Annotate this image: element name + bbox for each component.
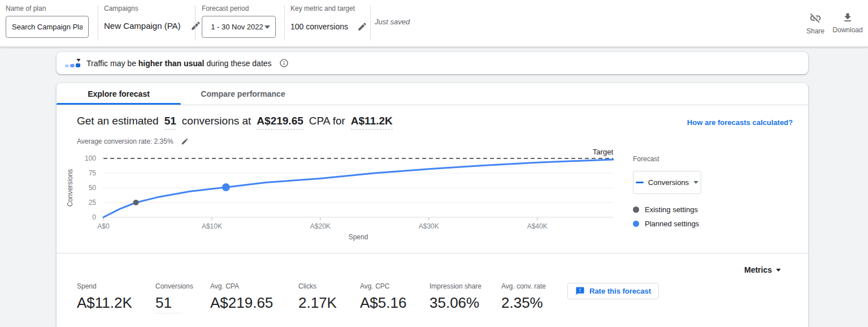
forecast-chart: 0255075100TargetA$0A$10KA$20KA$30KA$40KS… bbox=[57, 147, 627, 244]
toolbar-divider bbox=[195, 5, 196, 40]
planned-dot-icon bbox=[633, 221, 639, 227]
svg-text:Spend: Spend bbox=[349, 233, 368, 241]
forecast-period-value: 1 - 30 Nov 2022 bbox=[210, 23, 264, 31]
forecast-metric-select[interactable]: Conversions bbox=[633, 171, 701, 194]
chart-legend: Existing settings Planned settings bbox=[633, 205, 701, 228]
pencil-icon bbox=[190, 20, 201, 31]
edit-conversion-rate-button[interactable] bbox=[181, 137, 189, 145]
forecast-panel: Forecast Conversions Existing settings P… bbox=[633, 155, 701, 234]
download-label: Download bbox=[832, 26, 862, 34]
metric-avg-cpa: Avg. CPA A$219.65 bbox=[210, 282, 298, 312]
download-button[interactable]: Download bbox=[831, 12, 865, 34]
svg-text:Target: Target bbox=[593, 148, 614, 156]
link-off-icon bbox=[809, 12, 822, 24]
forecast-panel-label: Forecast bbox=[633, 155, 701, 163]
key-metric-value: 100 conversions bbox=[290, 22, 348, 31]
metric-spend: Spend A$11.2K bbox=[77, 282, 155, 312]
svg-text:0: 0 bbox=[92, 213, 96, 221]
traffic-notice-text: Traffic may be higher than usual during … bbox=[86, 59, 272, 68]
toolbar-divider bbox=[370, 5, 371, 40]
headline-cpa-value: A$219.65 bbox=[257, 115, 303, 130]
tab-bar: Explore forecast Compare performance bbox=[57, 83, 808, 105]
toolbar-divider bbox=[98, 5, 98, 40]
chevron-down-icon bbox=[264, 25, 270, 29]
campaigns-label: Campaigns bbox=[104, 5, 138, 12]
headline-conversions-value: 51 bbox=[164, 115, 176, 130]
svg-text:A$0: A$0 bbox=[97, 222, 110, 230]
edit-campaigns-button[interactable] bbox=[190, 20, 201, 31]
svg-text:A$30K: A$30K bbox=[419, 222, 439, 230]
svg-text:75: 75 bbox=[89, 169, 97, 177]
avg-conversion-rate-row: Average conversion rate: 2.35% bbox=[77, 137, 189, 145]
edit-key-metric-button[interactable] bbox=[357, 21, 367, 32]
save-status: Just saved bbox=[375, 18, 410, 26]
metrics-dropdown[interactable]: Metrics bbox=[744, 265, 781, 274]
headline-text: CPA for bbox=[309, 115, 345, 127]
campaigns-value: New Campaign (PA) bbox=[104, 21, 181, 31]
existing-dot-icon bbox=[633, 206, 639, 213]
share-button[interactable]: Share bbox=[804, 12, 827, 35]
svg-text:50: 50 bbox=[89, 184, 97, 192]
forecast-card: Explore forecast Compare performance Get… bbox=[57, 83, 808, 327]
series-dash-icon bbox=[636, 182, 644, 183]
metric-clicks: Clicks 2.17K bbox=[298, 282, 360, 312]
forecast-metric-value: Conversions bbox=[648, 178, 689, 187]
svg-text:A$10K: A$10K bbox=[202, 222, 222, 230]
headline-text: conversions at bbox=[182, 115, 251, 127]
headline-spend-value: A$11.2K bbox=[351, 115, 393, 130]
svg-text:A$40K: A$40K bbox=[527, 222, 548, 230]
svg-text:25: 25 bbox=[89, 199, 97, 206]
forecast-period-label: Forecast period bbox=[202, 5, 249, 12]
plan-toolbar: Name of plan Campaigns New Campaign (PA)… bbox=[0, 0, 868, 47]
tab-explore-forecast[interactable]: Explore forecast bbox=[57, 83, 181, 105]
avg-conversion-rate-text: Average conversion rate: 2.35% bbox=[77, 137, 173, 145]
chevron-down-icon bbox=[776, 269, 781, 272]
estimate-headline: Get an estimated 51 conversions at A$219… bbox=[77, 115, 393, 130]
metrics-row: Spend A$11.2K Conversions 51 Avg. CPA A$… bbox=[77, 282, 659, 313]
feedback-icon bbox=[575, 286, 585, 296]
metric-impression-share: Impression share 35.06% bbox=[429, 282, 501, 312]
download-icon bbox=[842, 12, 853, 23]
metric-avg-cpc: Avg. CPC A$5.16 bbox=[360, 282, 429, 312]
forecast-period-section: Forecast period 1 - 30 Nov 2022 bbox=[202, 0, 281, 47]
forecast-period-select[interactable]: 1 - 30 Nov 2022 bbox=[202, 16, 276, 38]
key-metric-label: Key metric and target bbox=[290, 5, 355, 12]
rate-forecast-button[interactable]: Rate this forecast bbox=[567, 283, 659, 299]
share-label: Share bbox=[806, 27, 824, 35]
chevron-down-icon bbox=[693, 181, 698, 184]
legend-planned-settings: Planned settings bbox=[633, 220, 701, 228]
plan-name-label: Name of plan bbox=[6, 5, 46, 12]
svg-text:A$20K: A$20K bbox=[310, 222, 331, 230]
info-icon[interactable] bbox=[279, 58, 289, 68]
metric-conversions: Conversions 51 bbox=[155, 282, 210, 313]
section-divider bbox=[57, 253, 808, 253]
svg-text:100: 100 bbox=[85, 154, 96, 162]
traffic-notice-banner: Traffic may be higher than usual during … bbox=[57, 52, 808, 74]
toolbar-divider bbox=[284, 5, 285, 40]
plan-search-input[interactable] bbox=[6, 16, 89, 38]
headline-text: Get an estimated bbox=[77, 115, 159, 127]
plan-name-section: Name of plan bbox=[6, 0, 96, 47]
pencil-icon bbox=[357, 21, 367, 32]
how-forecasts-calculated-link[interactable]: How are forecasts calculated? bbox=[687, 118, 793, 127]
pencil-icon bbox=[181, 137, 189, 145]
traffic-trend-icon bbox=[65, 59, 81, 68]
tab-compare-performance[interactable]: Compare performance bbox=[181, 83, 305, 105]
svg-text:Conversions: Conversions bbox=[66, 169, 74, 207]
metric-avg-conv-rate: Avg. conv. rate 2.35% bbox=[501, 282, 558, 312]
legend-existing-settings: Existing settings bbox=[633, 205, 701, 214]
